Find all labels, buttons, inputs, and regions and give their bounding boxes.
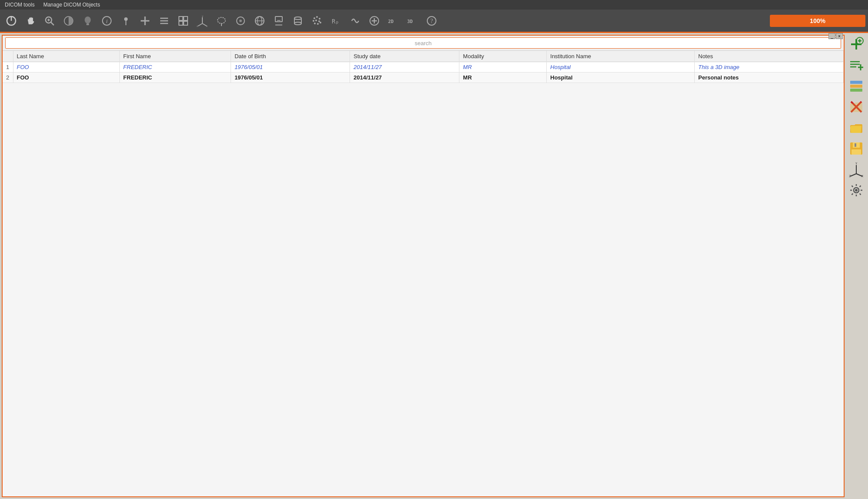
menu-manage-dicom[interactable]: Manage DICOM Objects — [41, 1, 102, 9]
minimize-button[interactable]: _ — [828, 33, 835, 39]
svg-text:2D: 2D — [388, 18, 394, 24]
svg-text:X: X — [861, 175, 864, 177]
info-icon[interactable]: i — [98, 12, 116, 30]
svg-rect-21 — [179, 21, 183, 25]
svg-line-91 — [852, 186, 853, 187]
svg-point-29 — [218, 17, 225, 23]
zoom-icon[interactable] — [41, 12, 58, 30]
rp-icon[interactable]: Rₚ — [327, 12, 345, 30]
pin-icon[interactable] — [117, 12, 135, 30]
col-institution[interactable]: Institution Name — [547, 51, 695, 62]
cell-modality: MR — [459, 73, 547, 83]
2d-icon[interactable]: 2D — [385, 12, 402, 30]
svg-rect-71 — [850, 85, 862, 88]
wave-icon[interactable] — [347, 12, 364, 30]
open-folder-button[interactable] — [847, 118, 866, 137]
3d-icon[interactable]: 3D — [404, 12, 421, 30]
svg-text:?: ? — [430, 18, 433, 24]
close-button[interactable]: × — [836, 33, 843, 39]
cell-lastname: FOO — [13, 62, 119, 73]
layers-button[interactable] — [847, 76, 866, 96]
data-table: Last Name First Name Date of Birth Study… — [3, 51, 844, 83]
measure-icon[interactable] — [232, 12, 249, 30]
svg-text:Rₚ: Rₚ — [332, 18, 339, 25]
svg-point-42 — [294, 22, 301, 25]
svg-rect-78 — [851, 149, 861, 155]
svg-text:3D: 3D — [407, 18, 413, 24]
svg-point-44 — [316, 16, 318, 18]
col-studydate[interactable]: Study date — [350, 51, 459, 62]
search-container — [3, 36, 844, 51]
brain-icon[interactable] — [79, 12, 96, 30]
col-lastname[interactable]: Last Name — [13, 51, 119, 62]
progress-label: 100% — [810, 17, 825, 24]
svg-text:Y: Y — [855, 162, 858, 165]
svg-rect-22 — [184, 21, 188, 25]
col-dob[interactable]: Date of Birth — [231, 51, 350, 62]
cylinder-icon[interactable] — [289, 12, 307, 30]
table-header-row: Last Name First Name Date of Birth Study… — [3, 51, 844, 62]
cell-lastname: FOO — [13, 73, 119, 83]
cell-firstname: FREDERIC — [119, 73, 231, 83]
svg-point-50 — [317, 23, 319, 25]
globe-icon[interactable] — [251, 12, 268, 30]
help-icon[interactable]: ? — [423, 12, 440, 30]
svg-text:z: z — [197, 25, 198, 27]
col-modality[interactable]: Modality — [459, 51, 547, 62]
col-notes[interactable]: Notes — [695, 51, 844, 62]
svg-point-45 — [319, 18, 320, 20]
svg-text:y: y — [202, 15, 203, 17]
cell-dob: 1976/05/01 — [231, 62, 350, 73]
col-num — [3, 51, 13, 62]
cell-institution: Hospital — [547, 62, 695, 73]
main-area: _ × Last Name First Name Date of Birth S… — [0, 33, 868, 499]
axes-3d-icon[interactable]: y z x — [194, 12, 211, 30]
svg-point-7 — [85, 17, 91, 23]
svg-line-24 — [198, 23, 202, 26]
svg-line-93 — [860, 186, 861, 187]
svg-point-43 — [314, 17, 315, 19]
svg-line-80 — [850, 174, 856, 176]
search-input[interactable] — [5, 37, 841, 49]
hand-icon[interactable] — [22, 12, 39, 30]
svg-point-48 — [318, 20, 320, 22]
cell-studydate: 2014/11/27 — [350, 62, 459, 73]
add-new-button[interactable] — [847, 35, 866, 54]
import-icon[interactable] — [270, 12, 287, 30]
cell-dob: 1976/05/01 — [231, 73, 350, 83]
svg-line-94 — [852, 194, 853, 195]
svg-text:Z: Z — [849, 175, 851, 177]
cell-firstname: FREDERIC — [119, 62, 231, 73]
table-row[interactable]: 1FOOFREDERIC1976/05/012014/11/27MRHospit… — [3, 62, 844, 73]
svg-point-51 — [320, 22, 321, 23]
list-icon[interactable] — [155, 12, 173, 30]
progress-bar: 100% — [770, 15, 865, 27]
svg-rect-77 — [855, 143, 856, 147]
menu-dicom-tools[interactable]: DICOM tools — [3, 1, 37, 9]
power-icon[interactable] — [3, 12, 20, 30]
add-annotation-button[interactable] — [847, 56, 866, 75]
contrast-icon[interactable] — [60, 12, 77, 30]
svg-rect-70 — [850, 81, 862, 84]
svg-point-46 — [313, 20, 314, 22]
svg-point-47 — [315, 20, 317, 21]
col-firstname[interactable]: First Name — [119, 51, 231, 62]
svg-rect-38 — [275, 24, 282, 26]
toolbar: i — [0, 10, 868, 33]
row-number: 2 — [3, 73, 13, 83]
scatter-icon[interactable] — [308, 12, 326, 30]
svg-rect-72 — [850, 89, 862, 92]
svg-line-3 — [51, 22, 54, 25]
right-sidebar: Y Z X — [845, 33, 868, 499]
save-button[interactable] — [847, 139, 866, 158]
svg-text:i: i — [106, 18, 108, 24]
add-icon[interactable] — [136, 12, 154, 30]
plus-circle-icon[interactable] — [366, 12, 383, 30]
table-row[interactable]: 2FOOFREDERIC1976/05/012014/11/27MRHospit… — [3, 73, 844, 83]
settings-button[interactable] — [847, 181, 866, 200]
delete-button[interactable] — [847, 97, 866, 116]
svg-rect-20 — [184, 17, 188, 20]
grid-icon[interactable] — [175, 12, 192, 30]
lasso-icon[interactable] — [213, 12, 230, 30]
cell-notes: Personal notes — [695, 73, 844, 83]
